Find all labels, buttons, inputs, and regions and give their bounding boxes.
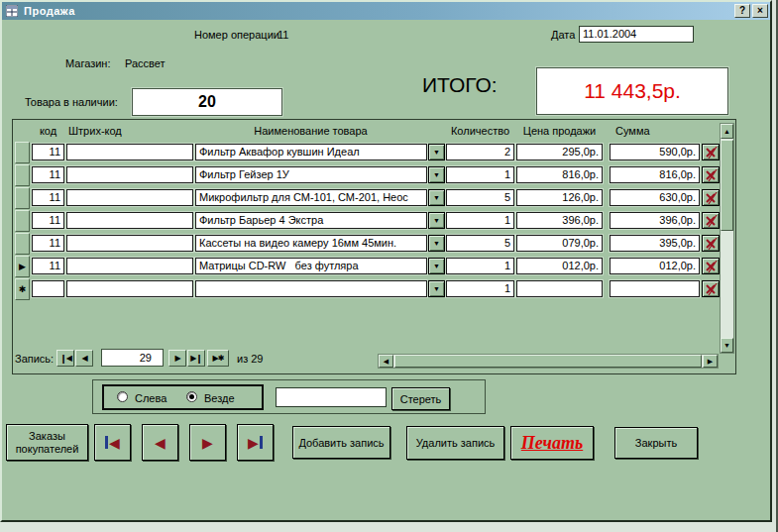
- code-field[interactable]: 11: [32, 258, 64, 274]
- vertical-scrollbar[interactable]: ▲ ▼: [720, 123, 734, 354]
- help-button[interactable]: ?: [734, 4, 750, 18]
- quantity-field[interactable]: 1: [446, 258, 514, 274]
- product-name-field[interactable]: Микрофильтр для СМ-101, СМ-201, Неос: [195, 189, 427, 206]
- record-selector[interactable]: [15, 210, 30, 232]
- record-selector[interactable]: ▶: [15, 256, 30, 277]
- customer-orders-button[interactable]: Заказы покупателей: [6, 424, 88, 461]
- code-field[interactable]: 11: [32, 166, 64, 183]
- sum-field[interactable]: 630,0р.: [610, 189, 700, 206]
- horizontal-scrollbar[interactable]: ◀ ▶: [378, 354, 719, 369]
- sum-field[interactable]: 396,0р.: [610, 212, 700, 229]
- product-name-field[interactable]: Матрицы CD-RW без футляра: [195, 258, 427, 274]
- product-name-field[interactable]: Фильтр Гейзер 1У: [195, 166, 427, 183]
- sum-field[interactable]: 012,0р.: [610, 258, 700, 274]
- record-selector[interactable]: [15, 164, 30, 186]
- price-field[interactable]: 126,0р.: [516, 189, 603, 206]
- vertical-scroll-thumb[interactable]: [721, 140, 733, 231]
- delete-x-icon: [705, 147, 718, 159]
- sum-field[interactable]: 590,0р.: [610, 144, 700, 160]
- product-name-field[interactable]: [195, 280, 427, 297]
- last-record-button[interactable]: ▶❙: [187, 350, 205, 367]
- delete-row-button[interactable]: [702, 166, 720, 183]
- barcode-field[interactable]: [66, 144, 193, 160]
- radio-everywhere[interactable]: [186, 391, 197, 402]
- barcode-field[interactable]: [66, 235, 193, 252]
- new-record-button[interactable]: ▶✱: [207, 350, 229, 367]
- delete-record-button[interactable]: Удалить запись: [406, 426, 504, 460]
- delete-row-button[interactable]: [702, 258, 720, 274]
- code-field[interactable]: 11: [32, 189, 64, 206]
- product-dropdown-button[interactable]: ▼: [428, 258, 445, 274]
- product-dropdown-button[interactable]: ▼: [428, 189, 445, 206]
- goto-next-button[interactable]: ▶: [189, 424, 226, 461]
- delete-row-button[interactable]: [702, 235, 720, 252]
- goto-last-button[interactable]: ▶: [237, 424, 274, 461]
- price-field[interactable]: [516, 280, 603, 297]
- quantity-field[interactable]: 2: [446, 144, 514, 160]
- date-field[interactable]: 11.01.2004: [579, 26, 694, 43]
- search-input[interactable]: [276, 387, 387, 407]
- record-selector[interactable]: [15, 187, 30, 209]
- previous-record-button[interactable]: ◀: [75, 350, 93, 367]
- date-label: Дата: [551, 29, 575, 41]
- delete-row-button[interactable]: [702, 189, 720, 206]
- scroll-left-button[interactable]: ◀: [379, 355, 393, 368]
- product-name-field[interactable]: Фильтр Аквафор кувшин Идеал: [195, 144, 427, 160]
- quantity-field[interactable]: 1: [446, 280, 514, 297]
- code-field[interactable]: 11: [32, 212, 64, 229]
- product-dropdown-button[interactable]: ▼: [428, 144, 445, 160]
- quantity-field[interactable]: 5: [446, 235, 514, 252]
- product-name-field[interactable]: Кассеты на видео камеру 16мм 45мин.: [195, 235, 427, 252]
- price-field[interactable]: 295,0р.: [516, 144, 603, 160]
- print-button[interactable]: Печать: [510, 426, 594, 460]
- delete-row-button[interactable]: [702, 144, 720, 160]
- last-bar-icon: [260, 436, 263, 449]
- horizontal-scroll-thumb[interactable]: [394, 355, 702, 368]
- add-record-button[interactable]: Добавить запись: [292, 426, 390, 459]
- code-field[interactable]: 11: [32, 144, 64, 160]
- close-form-button[interactable]: Закрыть: [614, 427, 698, 459]
- erase-button[interactable]: Стереть: [391, 387, 450, 410]
- current-record-field[interactable]: 29: [101, 349, 164, 367]
- code-field[interactable]: 11: [32, 235, 64, 252]
- barcode-field[interactable]: [66, 166, 193, 183]
- barcode-field[interactable]: [66, 258, 193, 274]
- sum-field[interactable]: 395,0р.: [610, 235, 700, 252]
- record-selector[interactable]: [15, 233, 30, 255]
- record-selector[interactable]: [15, 142, 30, 163]
- quantity-field[interactable]: 1: [446, 212, 514, 229]
- sum-field[interactable]: [610, 280, 700, 297]
- delete-row-button[interactable]: [702, 212, 720, 229]
- product-name-field[interactable]: Фильтр Барьер 4 Экстра: [195, 212, 427, 229]
- scroll-right-button[interactable]: ▶: [703, 355, 718, 368]
- goto-previous-button[interactable]: ◀: [142, 424, 178, 461]
- price-field[interactable]: 079,0р.: [516, 235, 603, 252]
- price-field[interactable]: 012,0р.: [516, 258, 603, 274]
- quantity-field[interactable]: 1: [446, 166, 514, 183]
- barcode-field[interactable]: [66, 280, 193, 297]
- product-dropdown-button[interactable]: ▼: [428, 212, 445, 229]
- price-field[interactable]: 816,0р.: [516, 166, 603, 183]
- first-record-button[interactable]: ❙◀: [56, 350, 74, 367]
- delete-row-button[interactable]: [702, 280, 720, 297]
- scroll-up-button[interactable]: ▲: [721, 124, 733, 139]
- radio-left[interactable]: [117, 391, 128, 402]
- record-selector[interactable]: ✱: [15, 278, 30, 300]
- price-field[interactable]: 396,0р.: [516, 212, 603, 229]
- sum-field[interactable]: 816,0р.: [610, 166, 700, 183]
- code-field[interactable]: [32, 280, 64, 297]
- barcode-field[interactable]: [66, 189, 193, 206]
- next-record-button[interactable]: ▶: [168, 350, 186, 367]
- search-mode-group: Слева Везде: [102, 384, 264, 410]
- product-dropdown-button[interactable]: ▼: [428, 235, 445, 252]
- product-dropdown-button[interactable]: ▼: [428, 280, 445, 297]
- title-bar[interactable]: Продажа ? ×: [2, 2, 770, 20]
- close-button[interactable]: ×: [752, 4, 768, 18]
- barcode-field[interactable]: [66, 212, 193, 229]
- quantity-field[interactable]: 5: [446, 189, 514, 206]
- total-field: 11 443,5р.: [536, 67, 728, 115]
- goto-first-button[interactable]: ◀: [94, 424, 131, 461]
- product-dropdown-button[interactable]: ▼: [428, 166, 445, 183]
- stock-field[interactable]: 20: [132, 88, 282, 116]
- scroll-down-button[interactable]: ▼: [721, 338, 733, 353]
